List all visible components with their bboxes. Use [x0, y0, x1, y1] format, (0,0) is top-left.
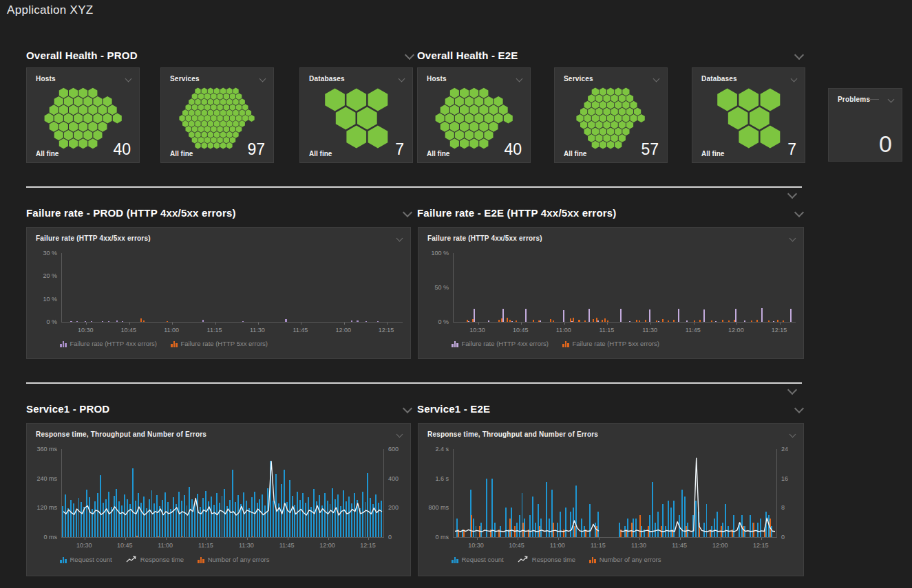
chevron-down-icon[interactable] — [787, 189, 797, 199]
tile-databases-e2e[interactable]: Databases All fine 7 — [692, 67, 805, 163]
x-axis-tick-label: 10:45 — [120, 327, 136, 334]
legend-item[interactable]: Response time — [126, 556, 184, 563]
x-axis-tick-label: 10:45 — [513, 327, 529, 334]
chevron-down-icon[interactable] — [888, 96, 895, 103]
x-axis-tick-label: 11:45 — [686, 327, 701, 334]
legend-label: Response time — [140, 556, 184, 563]
legend-line-icon — [518, 556, 529, 563]
chart-tile-failure-prod[interactable]: Failure rate (HTTP 4xx/5xx errors) Failu… — [26, 227, 411, 359]
axis-tick-mark — [344, 323, 345, 325]
axis-tick-mark — [694, 323, 694, 325]
x-axis-tick-label: 12:00 — [712, 542, 728, 549]
y-axis-label: 1.6 s — [420, 475, 449, 482]
chart-bar — [656, 320, 657, 322]
tile-services-prod[interactable]: Services All fine 97 — [160, 67, 274, 163]
chevron-down-icon[interactable] — [125, 76, 132, 83]
y-axis-label: 0 — [781, 534, 785, 541]
axis-tick-mark — [247, 538, 248, 540]
chart-bar — [734, 320, 735, 322]
tile-services-e2e[interactable]: Services All fine 57 — [554, 67, 668, 163]
chart-title: Failure rate (HTTP 4xx/5xx errors) — [36, 235, 151, 242]
chart-bar — [468, 321, 469, 323]
chevron-down-icon[interactable] — [396, 235, 403, 242]
chevron-down-icon[interactable] — [399, 76, 405, 83]
y-axis-label: 0 ms — [420, 534, 449, 541]
chart-tile-service-prod[interactable]: Response time, Throughput and Number of … — [26, 423, 411, 576]
axis-tick-mark — [680, 538, 681, 540]
axis-tick-mark — [736, 323, 737, 325]
x-axis-tick-label: 10:45 — [509, 542, 524, 549]
legend-item[interactable]: Number of any errors — [589, 556, 661, 563]
chevron-down-icon[interactable] — [794, 404, 804, 413]
chart-bar — [773, 321, 774, 323]
legend-label: Request count — [70, 556, 112, 563]
dashboard: Application XYZ Overall Health - PROD Ov… — [0, 0, 912, 588]
legend-bars-icon — [452, 340, 458, 347]
y-axis-label: 120 ms — [28, 504, 57, 511]
chart-tile-service-e2e[interactable]: Response time, Throughput and Number of … — [418, 423, 804, 576]
legend-item[interactable]: Failure rate (HTTP 5xx errors) — [171, 340, 268, 347]
chevron-down-icon[interactable] — [791, 76, 798, 83]
chart-bar — [501, 318, 502, 322]
section-divider — [26, 382, 802, 384]
chevron-down-icon[interactable] — [259, 76, 266, 83]
axis-tick-mark — [258, 323, 259, 325]
chevron-down-icon[interactable] — [403, 208, 412, 217]
legend-item[interactable]: Failure rate (HTTP 5xx errors) — [562, 340, 659, 347]
chevron-down-icon[interactable] — [405, 50, 414, 60]
page-title: Application XYZ — [7, 3, 93, 17]
chart-bar — [538, 320, 540, 322]
tile-databases-prod[interactable]: Databases All fine 7 — [299, 67, 413, 163]
legend-item[interactable]: Response time — [518, 556, 575, 563]
chart-bar — [668, 320, 669, 322]
section-title: Service1 - PROD — [26, 403, 109, 415]
legend-item[interactable]: Request count — [452, 556, 504, 563]
chevron-down-icon[interactable] — [789, 431, 796, 438]
legend-label: Number of any errors — [600, 556, 661, 563]
tile-header: Response time, Throughput and Number of … — [418, 424, 803, 438]
legend-item[interactable]: Failure rate (HTTP 4xx errors) — [452, 340, 549, 347]
y-axis-label: 16 — [781, 475, 788, 482]
chart-bar — [715, 321, 717, 323]
chart-bar — [570, 318, 571, 322]
chevron-down-icon[interactable] — [403, 404, 412, 413]
chevron-down-icon[interactable] — [794, 208, 804, 217]
chevron-down-icon[interactable] — [396, 431, 403, 438]
tile-hosts-e2e[interactable]: Hosts All fine 40 — [417, 67, 531, 163]
legend-item[interactable]: Failure rate (HTTP 4xx errors) — [60, 340, 157, 347]
chevron-down-icon[interactable] — [653, 76, 660, 83]
chart-bar — [678, 309, 679, 322]
tile-problems[interactable]: Problems 0 — [828, 88, 902, 162]
section-header-service-e2e: Service1 - E2E — [417, 402, 803, 415]
legend-item[interactable]: Request count — [60, 556, 112, 563]
tile-hosts-prod[interactable]: Hosts All fine 40 — [26, 67, 140, 163]
x-axis-tick-label: 12:00 — [319, 542, 335, 549]
chevron-down-icon[interactable] — [789, 235, 796, 242]
x-axis-tick-label: 11:30 — [631, 542, 646, 549]
chart-bar — [507, 318, 508, 322]
x-axis-tick-label: 11:30 — [250, 327, 265, 334]
section-title: Service1 - E2E — [417, 403, 490, 415]
x-axis-tick-label: 10:30 — [78, 327, 94, 334]
tile-title: Databases — [309, 75, 345, 83]
x-axis-tick-label: 11:15 — [600, 327, 615, 334]
legend-item[interactable]: Number of any errors — [198, 556, 269, 563]
chart-bar — [761, 308, 763, 322]
legend-label: Failure rate (HTTP 4xx errors) — [462, 340, 549, 347]
chevron-down-icon[interactable] — [787, 385, 797, 395]
chevron-down-icon[interactable] — [794, 50, 804, 60]
chart-plot-area — [61, 253, 403, 323]
chart-tile-failure-e2e[interactable]: Failure rate (HTTP 4xx/5xx errors) Failu… — [418, 227, 804, 359]
tile-footer: All fine 40 — [27, 142, 139, 159]
y-axis-label: 24 — [781, 446, 788, 453]
y-axis-label: 0 — [388, 534, 392, 541]
chart-bar — [790, 309, 792, 323]
chart-bar — [777, 320, 778, 322]
x-axis-tick-label: 11:45 — [672, 542, 687, 549]
tile-header: Hosts — [418, 68, 530, 83]
y-axis-label: 0 ms — [28, 534, 57, 541]
y-axis-label: 100 % — [420, 250, 449, 257]
chevron-down-icon[interactable] — [516, 76, 523, 83]
tile-footer: All fine 57 — [555, 142, 667, 159]
section-header-failure-prod: Failure rate - PROD (HTTP 4xx/5xx errors… — [26, 206, 411, 219]
